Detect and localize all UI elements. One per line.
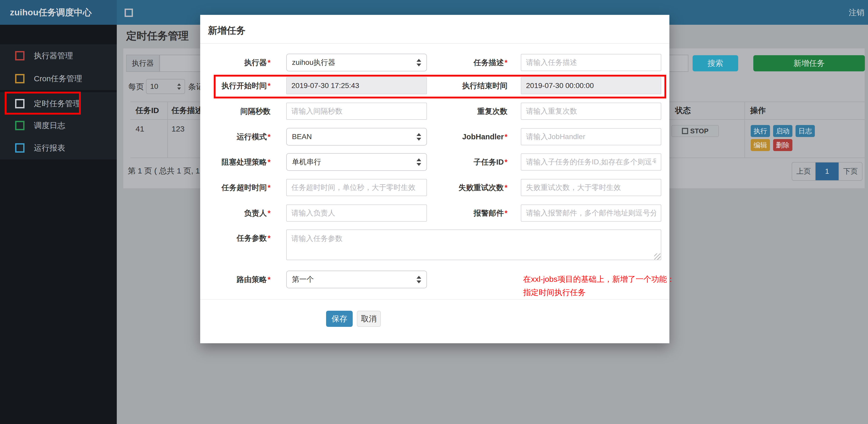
run-mode-select[interactable]: BEAN xyxy=(286,128,427,145)
executor-label: 执行器* xyxy=(200,54,271,71)
log-button[interactable]: 日志 xyxy=(796,125,815,137)
app-brand: zuihou任务调度中心 xyxy=(0,0,117,25)
retry-label: 失败重试次数* xyxy=(428,179,507,196)
square-icon xyxy=(15,99,25,108)
select-arrows-icon xyxy=(177,83,181,90)
job-handler-input[interactable] xyxy=(521,128,661,145)
job-desc-input[interactable] xyxy=(521,54,661,71)
col-header-task-desc[interactable]: 任务描述 xyxy=(172,105,203,116)
route-strategy-select[interactable]: 第一个 xyxy=(286,271,427,288)
status-square-icon xyxy=(682,128,688,134)
add-task-button[interactable]: 新增任务 xyxy=(753,55,865,71)
select-arrows-icon xyxy=(416,59,421,66)
run-mode-label: 运行模式* xyxy=(200,128,271,145)
select-arrows-icon xyxy=(416,276,421,283)
timeout-label: 任务超时时间* xyxy=(200,179,271,196)
sidebar-item-timed-task-mgmt[interactable]: 定时任务管理 xyxy=(0,92,117,115)
interval-input[interactable] xyxy=(286,103,427,120)
pagination: 上页 1 下页 xyxy=(792,162,863,180)
run-button[interactable]: 执行 xyxy=(751,125,770,137)
status-badge: STOP xyxy=(672,125,719,137)
modal-header-divider xyxy=(200,43,670,44)
modal-title: 新增任务 xyxy=(208,24,246,37)
repeat-input[interactable] xyxy=(521,103,661,120)
start-button[interactable]: 启动 xyxy=(773,125,793,137)
cancel-button[interactable]: 取消 xyxy=(357,311,381,327)
annotation-note-line1: 在xxl-jobs项目的基础上，新增了一个功能： xyxy=(523,272,669,286)
square-icon xyxy=(15,121,25,130)
alarm-email-label: 报警邮件* xyxy=(428,204,507,222)
job-handler-label: JobHandler* xyxy=(428,128,507,145)
select-arrows-icon xyxy=(416,158,421,166)
save-button[interactable]: 保存 xyxy=(326,311,353,327)
cell-task-desc: 123 xyxy=(172,125,185,133)
edit-button[interactable]: 编辑 xyxy=(751,139,770,151)
per-page-value: 10 xyxy=(150,82,158,91)
page-1-button[interactable]: 1 xyxy=(815,162,839,181)
square-icon xyxy=(15,143,25,153)
job-param-label: 任务参数* xyxy=(200,229,271,247)
executor-filter-label: 执行器 xyxy=(126,55,159,72)
select-arrows-icon xyxy=(416,133,421,141)
square-icon xyxy=(15,74,25,83)
sidebar-toggle-icon[interactable] xyxy=(125,9,133,17)
square-icon xyxy=(15,51,25,60)
logout-link[interactable]: 注销 xyxy=(849,0,864,25)
prev-page-button[interactable]: 上页 xyxy=(792,162,816,181)
retry-input[interactable] xyxy=(521,179,661,196)
sidebar-item-cron-task-mgmt[interactable]: Cron任务管理 xyxy=(0,67,117,90)
child-job-label: 子任务ID* xyxy=(428,153,507,171)
col-header-task-id[interactable]: 任务ID xyxy=(135,105,159,116)
job-desc-label: 任务描述* xyxy=(428,54,507,71)
page-title: 定时任务管理 xyxy=(126,29,189,43)
end-time-label: 执行结束时间 xyxy=(428,77,507,94)
start-time-label: 执行开始时间* xyxy=(200,77,271,94)
annotation-note-line2: 指定时间执行任务 xyxy=(523,286,669,299)
col-header-status[interactable]: 状态 xyxy=(675,105,691,116)
cell-task-id: 41 xyxy=(135,125,144,133)
next-page-button[interactable]: 下页 xyxy=(839,162,863,181)
executor-select[interactable]: zuihou执行器 xyxy=(286,54,427,71)
per-page-prefix: 每页 xyxy=(128,79,144,95)
table-col-separator xyxy=(744,102,745,158)
sidebar-item-dispatch-log[interactable]: 调度日志 xyxy=(0,114,117,137)
repeat-label: 重复次数 xyxy=(428,103,507,120)
job-param-textarea[interactable] xyxy=(286,229,661,260)
owner-input[interactable] xyxy=(286,204,427,222)
route-strategy-label: 路由策略* xyxy=(200,271,271,288)
add-task-modal: 新增任务 执行器* zuihou执行器 任务描述* 执行开始时间* 执行结束时间… xyxy=(200,15,670,343)
sidebar-item-run-report[interactable]: 运行报表 xyxy=(0,136,117,159)
textarea-resize-grip-icon[interactable] xyxy=(654,253,660,260)
per-page-select[interactable]: 10 xyxy=(146,79,185,94)
child-job-input[interactable] xyxy=(521,153,661,171)
end-time-input[interactable] xyxy=(521,77,661,94)
sidebar-item-executor-mgmt[interactable]: 执行器管理 xyxy=(0,44,117,67)
table-col-separator xyxy=(167,102,168,158)
start-time-input[interactable] xyxy=(286,77,427,94)
modal-footer-divider xyxy=(200,299,670,300)
owner-label: 负责人* xyxy=(200,204,271,222)
delete-button[interactable]: 删除 xyxy=(773,139,793,151)
block-strategy-select[interactable]: 单机串行 xyxy=(286,153,427,171)
col-header-actions: 操作 xyxy=(750,105,766,116)
alarm-email-input[interactable] xyxy=(521,204,661,222)
sidebar: 导航 执行器管理 Cron任务管理 定时任务管理 调度日志 运行报表 xyxy=(0,25,117,424)
search-button[interactable]: 搜索 xyxy=(692,55,738,71)
interval-label: 间隔秒数 xyxy=(200,103,271,120)
block-strategy-label: 阻塞处理策略* xyxy=(200,153,271,171)
timeout-input[interactable] xyxy=(286,179,427,196)
